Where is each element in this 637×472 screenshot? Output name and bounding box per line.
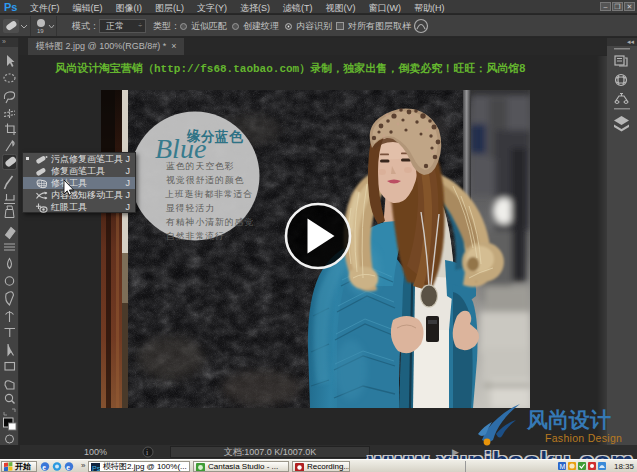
svg-text:蓝色的天空色彩: 蓝色的天空色彩 — [166, 161, 235, 171]
svg-text:自然非常流行: 自然非常流行 — [166, 231, 225, 241]
svg-text:有精神小清新的感觉: 有精神小清新的感觉 — [165, 217, 254, 227]
svg-text:19: 19 — [37, 28, 44, 34]
svg-text:Blue: Blue — [155, 133, 206, 164]
svg-text:视觉很舒适的颜色: 视觉很舒适的颜色 — [166, 175, 244, 185]
svg-text:Ps: Ps — [92, 465, 100, 472]
svg-text:显得轻活力: 显得轻活力 — [165, 203, 215, 213]
svg-text:M: M — [560, 463, 566, 470]
svg-text:上班逛街都非常适合: 上班逛街都非常适合 — [165, 189, 253, 199]
svg-text:e: e — [66, 463, 70, 472]
svg-text:e: e — [42, 463, 46, 472]
